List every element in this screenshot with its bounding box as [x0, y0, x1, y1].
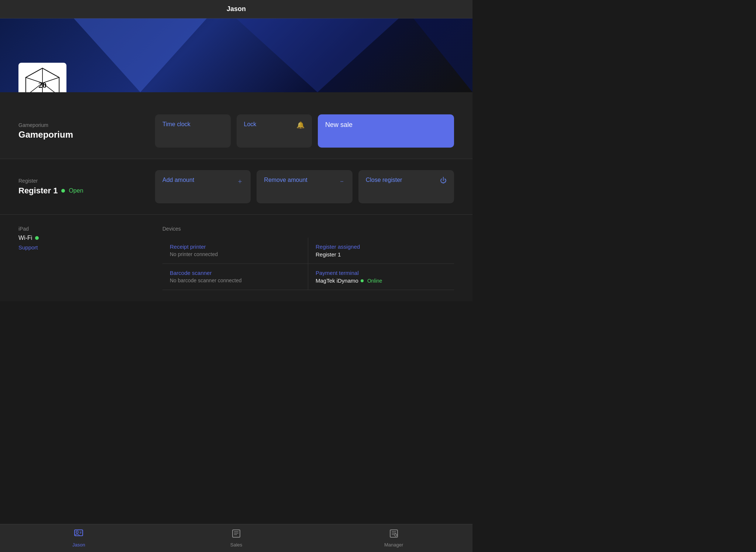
add-amount-button[interactable]: Add amount ＋ [155, 170, 251, 203]
new-sale-button[interactable]: New sale [318, 114, 454, 148]
register-label: Register [18, 178, 148, 184]
wifi-row: Wi-Fi [18, 235, 148, 241]
store-label: Gameporium [18, 122, 148, 128]
store-name: Gameporium [18, 130, 148, 140]
svg-text:20: 20 [38, 80, 47, 90]
payment-terminal-device: MagTek iDynamo [316, 277, 358, 284]
time-clock-button[interactable]: Time clock [155, 114, 231, 148]
barcode-scanner-name[interactable]: Barcode scanner [170, 270, 300, 276]
top-bar: Jason [0, 0, 472, 18]
register-buttons: Add amount ＋ Remove amount － Close regis… [155, 170, 454, 203]
register-status: Register 1 Open [18, 186, 148, 196]
receipt-printer-name[interactable]: Receipt printer [170, 244, 300, 250]
receipt-printer-status: No printer connected [170, 251, 300, 257]
banner: 20 [0, 18, 472, 92]
register-open-label: Open [69, 187, 83, 194]
store-buttons: Time clock Lock 🔔 New sale [155, 114, 454, 148]
register-status-dot [61, 189, 65, 193]
payment-terminal-name[interactable]: Payment terminal [316, 270, 447, 276]
register-assigned-value: Register 1 [316, 251, 447, 258]
store-logo: 20 [18, 63, 66, 92]
payment-terminal-status-dot [361, 279, 364, 282]
devices-section: iPad Wi-Fi Support Devices Receipt print… [0, 215, 472, 301]
lock-icon: 🔔 [296, 121, 305, 129]
wifi-status-dot [35, 236, 39, 240]
register-info: Register Register 1 Open [18, 178, 148, 196]
remove-amount-button[interactable]: Remove amount － [257, 170, 352, 203]
wifi-label: Wi-Fi [18, 235, 32, 241]
store-info: Gameporium Gameporium [18, 122, 148, 140]
payment-terminal-item: Payment terminal MagTek iDynamo Online [308, 264, 454, 290]
register-name: Register 1 [18, 186, 58, 196]
power-icon: ⏻ [440, 177, 447, 184]
top-bar-title: Jason [227, 5, 246, 13]
register-assigned-label[interactable]: Register assigned [316, 244, 447, 250]
lock-button[interactable]: Lock 🔔 [237, 114, 312, 148]
payment-terminal-status: Online [367, 278, 382, 284]
barcode-scanner-status: No barcode scanner connected [170, 277, 300, 283]
ipad-label: iPad [18, 226, 148, 232]
minus-icon: － [339, 177, 345, 186]
register-assigned-item: Register assigned Register 1 [308, 238, 454, 264]
receipt-printer-item: Receipt printer No printer connected [162, 238, 308, 264]
devices-label: Devices [162, 226, 454, 232]
store-section: Gameporium Gameporium Time clock Lock 🔔 … [0, 92, 472, 159]
plus-icon: ＋ [237, 177, 243, 186]
ipad-info: iPad Wi-Fi Support [18, 226, 148, 290]
register-section: Register Register 1 Open Add amount ＋ Re… [0, 159, 472, 215]
support-link[interactable]: Support [18, 244, 38, 251]
close-register-button[interactable]: Close register ⏻ [358, 170, 454, 203]
barcode-scanner-item: Barcode scanner No barcode scanner conne… [162, 264, 308, 290]
devices-grid: Receipt printer No printer connected Reg… [162, 238, 454, 290]
